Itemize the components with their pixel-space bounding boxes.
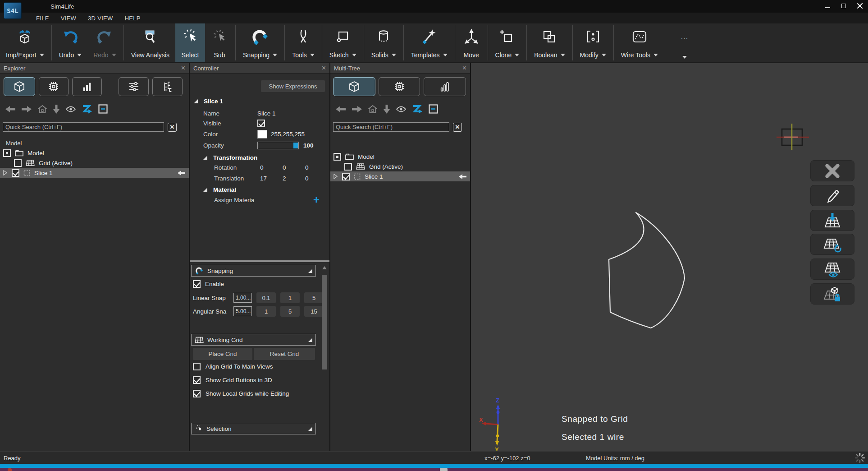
angular-snap-input[interactable]: 5.00... xyxy=(233,306,252,316)
place-grid-button-3d[interactable] xyxy=(810,210,854,231)
rotation-y[interactable]: 0 xyxy=(283,164,305,171)
chevron-down-icon[interactable] xyxy=(310,54,315,56)
grid-visibility-button[interactable] xyxy=(810,259,854,280)
expand-caret-icon[interactable] xyxy=(333,174,338,179)
back-icon[interactable] xyxy=(5,106,15,114)
toolbar-sub[interactable]: Sub xyxy=(205,23,234,62)
chevron-down-icon[interactable] xyxy=(682,56,687,59)
angular-preset-15[interactable]: 15 xyxy=(304,306,324,317)
opacity-slider[interactable] xyxy=(257,142,299,149)
toolbar-templates[interactable]: Templates xyxy=(405,23,453,62)
show-expressions-button[interactable]: Show Expressions xyxy=(261,80,325,92)
chevron-down-icon[interactable] xyxy=(40,54,44,56)
tree-row-grid[interactable]: Grid (Active) xyxy=(0,158,189,168)
model-checkbox[interactable] xyxy=(3,149,11,157)
collapse-triangle-icon[interactable] xyxy=(308,338,312,342)
linear-preset-5[interactable]: 5 xyxy=(304,292,324,303)
toolbar-clone[interactable]: Clone xyxy=(489,23,525,62)
rotation-z[interactable]: 0 xyxy=(305,164,328,171)
working-grid-section-header[interactable]: Working Grid xyxy=(191,334,316,346)
toolbar-tools[interactable]: Tools xyxy=(286,23,320,62)
toolbar-snapping[interactable]: Snapping xyxy=(237,23,283,62)
enable-checkbox[interactable] xyxy=(193,280,201,288)
menu-file[interactable]: FILE xyxy=(36,15,49,22)
slice-checkbox[interactable] xyxy=(342,173,350,180)
toolbar-select[interactable]: Select xyxy=(175,23,205,62)
collapse-all-icon[interactable] xyxy=(98,104,108,115)
toolbar-boolean[interactable]: Boolean xyxy=(528,23,571,62)
collapse-triangle-icon[interactable] xyxy=(308,427,312,431)
expand-caret-icon[interactable] xyxy=(3,170,8,175)
zoom-to-selection-icon[interactable] xyxy=(82,105,92,115)
edit-grid-button[interactable] xyxy=(810,185,854,206)
angular-preset-5[interactable]: 5 xyxy=(280,306,300,317)
close-button[interactable] xyxy=(854,2,865,10)
down-arrow-icon[interactable] xyxy=(53,105,59,115)
rotation-x[interactable]: 0 xyxy=(260,164,283,171)
cancel-grid-button[interactable] xyxy=(810,160,854,181)
close-icon[interactable]: × xyxy=(462,65,466,72)
home-icon[interactable] xyxy=(368,105,377,115)
chevron-down-icon[interactable] xyxy=(443,54,448,56)
chevron-down-icon[interactable] xyxy=(273,54,277,56)
collapse-triangle-icon[interactable] xyxy=(203,156,207,160)
search-input[interactable] xyxy=(3,122,164,132)
transformation-header[interactable]: Transformation xyxy=(190,152,329,162)
tab-analysis[interactable] xyxy=(72,77,102,96)
linear-snap-input[interactable]: 1.00... xyxy=(233,293,252,303)
chevron-down-icon[interactable] xyxy=(602,54,606,56)
clear-search-icon[interactable]: ✕ xyxy=(453,123,462,132)
toolbar-solids[interactable]: Solids xyxy=(365,23,402,62)
chevron-down-icon[interactable] xyxy=(653,54,658,56)
toolbar-modify[interactable]: Modify xyxy=(574,23,612,62)
toolbar-move[interactable]: Move xyxy=(457,23,486,62)
toolbar-view-analysis[interactable]: View Analysis xyxy=(125,23,175,62)
slice-checkbox[interactable] xyxy=(12,169,19,177)
3d-viewport[interactable]: Z X Y Snapped to Grid Selected 1 wire xyxy=(471,63,868,451)
linear-preset-1[interactable]: 1 xyxy=(280,292,300,303)
grid-checkbox[interactable] xyxy=(344,163,352,171)
panel-splitter[interactable] xyxy=(190,260,329,262)
reset-grid-button-3d[interactable] xyxy=(810,234,854,255)
chevron-down-icon[interactable] xyxy=(77,54,82,56)
tab-properties[interactable] xyxy=(119,77,149,96)
toolbar-sketch[interactable]: Sketch xyxy=(324,23,362,62)
tab-simulation[interactable] xyxy=(379,77,420,96)
tab-model[interactable] xyxy=(333,77,375,96)
home-icon[interactable] xyxy=(38,105,47,115)
visible-checkbox[interactable] xyxy=(257,120,265,127)
visibility-eye-icon[interactable] xyxy=(66,106,76,114)
collapse-triangle-icon[interactable] xyxy=(203,188,207,192)
toolbar-overflow[interactable]: ... xyxy=(670,23,699,62)
tab-analysis[interactable] xyxy=(424,77,466,96)
tree-row-model[interactable]: Model xyxy=(0,148,189,158)
model-checkbox[interactable] xyxy=(333,153,341,161)
translation-y[interactable]: 2 xyxy=(283,175,305,182)
visibility-eye-icon[interactable] xyxy=(396,106,406,114)
slider-handle[interactable] xyxy=(293,143,298,148)
scroll-up-icon[interactable] xyxy=(322,266,327,269)
wire-shape[interactable] xyxy=(471,63,868,451)
scrollbar-thumb[interactable] xyxy=(322,275,327,369)
search-input[interactable] xyxy=(333,122,449,132)
toolbar-redo[interactable]: Redo xyxy=(87,23,122,62)
tree-row-slice[interactable]: Slice 1 xyxy=(330,171,470,181)
slice-group-header[interactable]: Slice 1 xyxy=(190,96,329,106)
clear-search-icon[interactable]: ✕ xyxy=(168,123,177,132)
reset-grid-button[interactable]: Reset Grid xyxy=(254,348,315,360)
down-arrow-icon[interactable] xyxy=(384,105,390,115)
tree-row-slice[interactable]: Slice 1 xyxy=(0,168,189,178)
chevron-down-icon[interactable] xyxy=(392,54,396,56)
tab-simulation[interactable] xyxy=(39,77,69,96)
chevron-down-icon[interactable] xyxy=(515,54,519,56)
forward-icon[interactable] xyxy=(22,106,32,114)
collapse-triangle-icon[interactable] xyxy=(194,99,198,103)
align-grid-checkbox[interactable] xyxy=(193,363,201,370)
translation-z[interactable]: 0 xyxy=(305,175,328,182)
close-icon[interactable]: × xyxy=(322,65,326,72)
chevron-down-icon[interactable] xyxy=(112,54,116,56)
menu-help[interactable]: HELP xyxy=(125,15,141,22)
chevron-down-icon[interactable] xyxy=(352,54,356,56)
linear-preset-01[interactable]: 0.1 xyxy=(256,292,276,303)
place-grid-button[interactable]: Place Grid xyxy=(193,348,252,360)
